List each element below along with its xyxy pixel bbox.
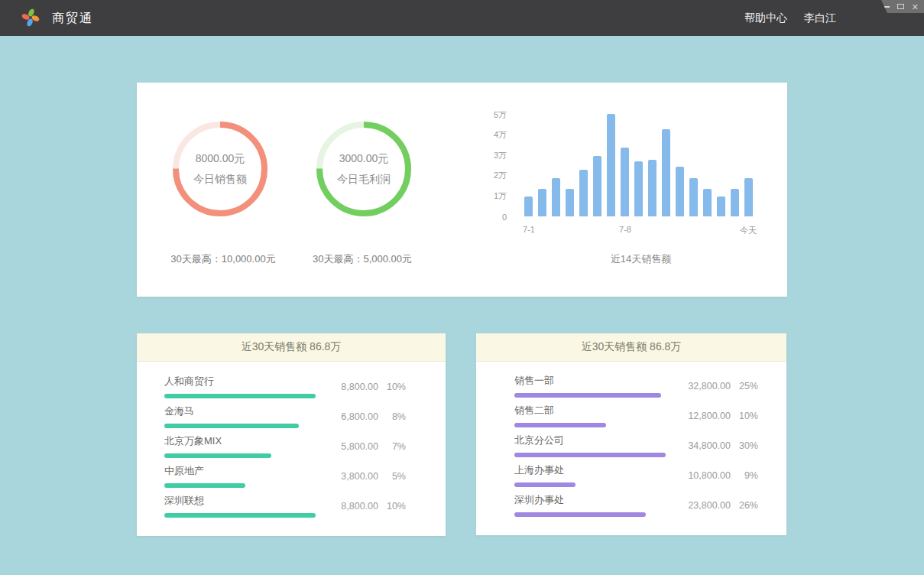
departments-sales-card: 近30天销售额 86.8万 销售一部32,800.0025%销售二部12,800… <box>476 333 786 535</box>
progress-bar <box>514 482 575 487</box>
row-percent: 26% <box>731 500 758 511</box>
row-percent: 30% <box>731 440 758 451</box>
list-item: 深圳联想8,800.0010% <box>164 489 406 519</box>
row-percent: 5% <box>378 471 406 482</box>
today-sales-value: 8000.00元 <box>196 152 245 166</box>
y-axis-label: 2万 <box>494 170 507 181</box>
row-amount: 5,800.00 <box>323 441 378 452</box>
help-center-link[interactable]: 帮助中心 <box>744 11 787 25</box>
bar <box>524 197 533 217</box>
progress-bar <box>164 513 316 518</box>
row-percent: 25% <box>731 381 758 391</box>
row-percent: 9% <box>731 470 758 481</box>
row-amount: 34,800.00 <box>676 440 731 451</box>
row-percent: 8% <box>378 411 406 422</box>
row-values: 8,800.0010% <box>323 382 406 392</box>
row-values: 12,800.0010% <box>676 411 758 421</box>
department-ranking-list: 销售一部32,800.0025%销售二部12,800.0010%北京分公司34,… <box>476 362 786 518</box>
bar <box>552 178 560 216</box>
bar-chart-y-axis: 01万2万3万4万5万 <box>473 109 507 216</box>
row-values: 34,800.0030% <box>676 440 758 451</box>
overview-card: 8000.00元 今日销售额 30天最高：10,000.00元 3000.00元… <box>137 83 787 297</box>
row-amount: 10,800.00 <box>676 470 731 481</box>
x-axis-label: 今天 <box>740 225 757 236</box>
bar <box>593 156 601 217</box>
list-item: 上海办事处10,800.009% <box>514 459 758 489</box>
row-values: 6,800.008% <box>323 411 406 422</box>
list-item: 北京万象MIX5,800.007% <box>164 430 406 460</box>
app-logo-pinwheel-icon <box>20 7 41 28</box>
customer-ranking-list: 人和商贸行8,800.0010%金海马6,800.008%北京万象MIX5,80… <box>137 362 446 519</box>
row-values: 3,800.005% <box>323 471 406 482</box>
x-axis-label: 7-8 <box>619 225 631 234</box>
minimize-icon[interactable] <box>883 6 890 8</box>
progress-bar <box>514 453 666 457</box>
today-profit-label: 今日毛利润 <box>337 173 391 187</box>
row-percent: 10% <box>731 411 758 421</box>
bar-chart-title: 近14天销售额 <box>524 252 757 266</box>
row-percent: 10% <box>378 501 406 512</box>
bar <box>566 189 574 216</box>
list-item: 北京分公司34,800.0030% <box>514 429 758 459</box>
dashboard-root: { "topbar": { "title": "商贸通", "help": "帮… <box>0 0 924 575</box>
card-title: 近30天销售额 86.8万 <box>137 333 446 362</box>
list-item: 人和商贸行8,800.0010% <box>164 370 406 400</box>
list-item: 销售二部12,800.0010% <box>514 399 758 429</box>
y-axis-label: 4万 <box>494 129 507 141</box>
row-values: 8,800.0010% <box>323 501 406 512</box>
bar <box>648 160 657 216</box>
progress-bar <box>164 394 316 398</box>
list-item: 深圳办事处23,800.0026% <box>514 489 758 518</box>
row-amount: 12,800.00 <box>676 411 731 421</box>
username-menu[interactable]: 李白江 <box>804 11 836 25</box>
list-item: 金海马6,800.008% <box>164 400 406 430</box>
bar <box>717 197 725 217</box>
bar <box>621 148 629 216</box>
row-values: 23,800.0026% <box>676 500 758 511</box>
bar <box>731 189 739 216</box>
bar <box>538 189 546 216</box>
row-values: 10,800.009% <box>676 470 758 481</box>
today-profit-value: 3000.00元 <box>339 152 389 166</box>
row-amount: 3,800.00 <box>323 471 378 482</box>
today-profit-donut-chart: 3000.00元 今日毛利润 <box>315 120 413 218</box>
bar <box>579 170 588 216</box>
today-sales-label: 今日销售额 <box>193 173 247 187</box>
row-percent: 10% <box>378 382 406 392</box>
bar <box>607 114 615 216</box>
bar <box>676 167 684 216</box>
row-amount: 8,800.00 <box>323 501 378 512</box>
row-values: 5,800.007% <box>323 441 406 452</box>
row-amount: 6,800.00 <box>323 411 378 422</box>
row-amount: 23,800.00 <box>676 500 731 511</box>
app-title: 商贸通 <box>52 11 93 27</box>
progress-bar <box>164 424 299 428</box>
y-axis-label: 1万 <box>494 190 507 202</box>
card-title: 近30天销售额 86.8万 <box>476 333 786 362</box>
bar <box>703 189 712 216</box>
profit-30day-max: 30天最高：5,000.00元 <box>274 252 450 266</box>
progress-bar <box>514 393 661 398</box>
progress-bar <box>164 483 245 488</box>
progress-bar <box>514 423 606 427</box>
title-bar: 商贸通 帮助中心 李白江 ✕ <box>0 0 924 36</box>
y-axis-label: 0 <box>502 213 507 222</box>
y-axis-label: 3万 <box>494 150 507 161</box>
customers-sales-card: 近30天销售额 86.8万 人和商贸行8,800.0010%金海马6,800.0… <box>137 333 446 536</box>
x-axis-label: 7-1 <box>523 225 535 234</box>
close-icon[interactable]: ✕ <box>912 3 919 11</box>
bar <box>662 129 670 216</box>
row-values: 32,800.0025% <box>676 381 758 391</box>
y-axis-label: 5万 <box>494 109 507 121</box>
progress-bar <box>164 453 271 458</box>
bar <box>689 178 698 216</box>
list-item: 销售一部32,800.0025% <box>514 369 758 399</box>
maximize-icon[interactable] <box>897 4 904 9</box>
row-amount: 8,800.00 <box>323 382 378 392</box>
today-sales-donut-chart: 8000.00元 今日销售额 <box>171 120 269 218</box>
progress-bar <box>514 512 646 517</box>
bar <box>744 178 753 216</box>
row-amount: 32,800.00 <box>676 381 731 391</box>
bar <box>634 161 643 216</box>
list-item: 中原地产3,800.005% <box>164 460 406 489</box>
